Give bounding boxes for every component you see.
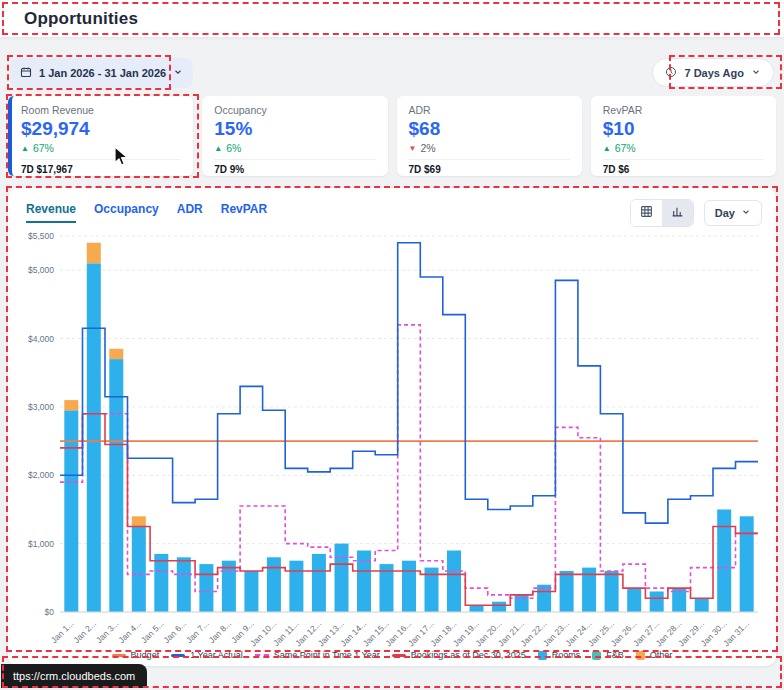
svg-text:Jan 4...: Jan 4... [116,618,143,645]
legend-label: Rooms [552,650,581,660]
kpi-delta: ▼ 2% [409,142,570,154]
table-grid-icon [640,204,653,222]
opportunities-page: Opportunities 1 Jan 2026 - 31 Jan 2026 7… [0,0,784,690]
legend-item-same-point-in-time-1-year[interactable]: Same Point in Time 1 Year [255,650,380,660]
status-url-text: ttps://crm.cloudbeds.com [13,670,135,682]
kpi-delta: ▲ 67% [21,142,181,154]
legend-square-swatch [636,651,645,660]
svg-text:Jan 5...: Jan 5... [139,618,166,645]
kpi-delta-value: 6% [226,142,241,154]
kpi-card-occupancy[interactable]: Occupancy 15% ▲ 6% 7D 9% [202,96,387,176]
kpi-footer: 7D $6 [603,159,764,175]
bar-chart-icon [671,204,684,222]
table-view-button[interactable] [631,200,662,226]
kpi-footer: 7D $69 [409,159,570,175]
page-title: Opportunities [24,9,138,29]
legend-label: Budget [131,650,160,660]
kpi-value: $68 [409,118,570,140]
calendar-icon [20,66,32,80]
chart-view-button[interactable] [662,200,693,226]
legend-label: Bookings as of Dec 30, 2025 [411,650,526,660]
legend-item-other[interactable]: Other [636,650,673,660]
legend-item-budget[interactable]: Budget [112,650,160,660]
legend-item-bookings-as-of-dec-30-2025[interactable]: Bookings as of Dec 30, 2025 [392,650,526,660]
svg-text:Jan 7...: Jan 7... [184,618,211,645]
legend-square-swatch [592,651,601,660]
compare-period-label: 7 Days Ago [684,67,744,79]
down-arrow-icon: ▼ [409,144,417,153]
up-arrow-icon: ▲ [21,144,29,153]
tab-adr[interactable]: ADR [177,202,203,223]
legend-item-1-year-actual[interactable]: 1 Year Actual [171,650,243,660]
kpi-label: Occupancy [214,104,375,116]
svg-text:$2,000: $2,000 [28,470,54,480]
svg-text:$1,000: $1,000 [28,539,54,549]
svg-text:$0: $0 [45,607,55,617]
kpi-card-adr[interactable]: ADR $68 ▼ 2% 7D $69 [397,96,582,176]
kpi-footer: 7D 9% [214,159,375,175]
legend-label: F&B [606,650,624,660]
legend-dash-swatch [255,654,269,656]
legend-label: Other [650,650,673,660]
legend-square-swatch [538,651,547,660]
kpi-value: 15% [214,118,375,140]
kpi-label: Room Revenue [21,104,181,116]
kpi-value: $10 [603,118,764,140]
kpi-value: $29,974 [21,118,181,140]
chart-panel: Revenue Occupancy ADR RevPAR Day [8,188,776,666]
svg-text:$5,500: $5,500 [28,231,54,241]
chevron-down-icon [751,67,761,79]
kpi-footer: 7D $17,967 [21,159,181,175]
svg-text:Jan 8...: Jan 8... [207,618,234,645]
chevron-down-icon [173,67,183,79]
chart-legend: Budget1 Year ActualSame Point in Time 1 … [8,650,776,660]
legend-line-swatch [392,654,406,657]
granularity-dropdown[interactable]: Day [704,200,762,226]
kpi-delta: ▲ 6% [214,142,375,154]
svg-text:$3,000: $3,000 [28,402,54,412]
granularity-label: Day [715,207,735,219]
legend-item-f-b[interactable]: F&B [592,650,624,660]
up-arrow-icon: ▲ [603,144,611,153]
kpi-delta-value: 67% [615,142,636,154]
tab-revenue[interactable]: Revenue [26,202,76,223]
kpi-card-room-revenue[interactable]: Room Revenue $29,974 ▲ 67% 7D $17,967 [8,96,193,176]
date-range-label: 1 Jan 2026 - 31 Jan 2026 [39,67,166,79]
tab-occupancy[interactable]: Occupancy [94,202,159,223]
legend-item-rooms[interactable]: Rooms [538,650,581,660]
svg-text:$5,000: $5,000 [28,265,54,275]
up-arrow-icon: ▲ [214,144,222,153]
legend-label: 1 Year Actual [190,650,243,660]
compare-period-dropdown[interactable]: 7 Days Ago [652,58,774,87]
app-header: Opportunities [0,0,784,38]
kpi-card-revpar[interactable]: RevPAR $10 ▲ 67% 7D $6 [591,96,776,176]
legend-line-swatch [171,654,185,657]
kpi-label: ADR [409,104,570,116]
kpi-row: Room Revenue $29,974 ▲ 67% 7D $17,967 Oc… [8,96,776,176]
browser-status-url: ttps://crm.cloudbeds.com [1,664,147,688]
svg-text:Jan 2...: Jan 2... [71,618,98,645]
legend-label: Same Point in Time 1 Year [274,650,380,660]
legend-line-swatch [112,654,126,657]
tab-revpar[interactable]: RevPAR [221,202,267,223]
revenue-chart[interactable]: $0$1,000$2,000$3,000$4,000$5,000$5,500Ja… [14,228,766,656]
kpi-delta-value: 67% [33,142,54,154]
kpi-label: RevPAR [603,104,764,116]
history-clock-icon [665,66,677,80]
svg-text:Jan 1...: Jan 1... [49,618,76,645]
svg-text:Jan 3...: Jan 3... [94,618,121,645]
date-range-picker[interactable]: 1 Jan 2026 - 31 Jan 2026 [10,58,193,88]
kpi-delta: ▲ 67% [603,142,764,154]
kpi-delta-value: 2% [420,142,435,154]
chart-view-controls: Day [630,199,762,227]
svg-text:Jan 6...: Jan 6... [161,618,188,645]
view-toggle [630,199,694,227]
chevron-down-icon [741,207,751,219]
metric-tabs: Revenue Occupancy ADR RevPAR [26,202,267,223]
svg-text:$4,000: $4,000 [28,334,54,344]
revenue-chart-svg: $0$1,000$2,000$3,000$4,000$5,000$5,500Ja… [14,228,766,652]
